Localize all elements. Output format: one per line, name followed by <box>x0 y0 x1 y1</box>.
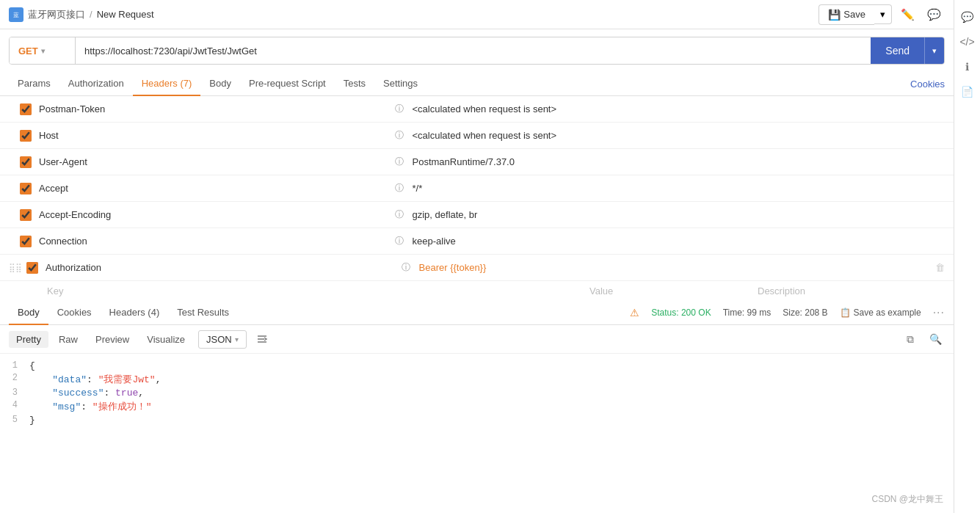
more-options-button[interactable]: ··· <box>933 306 945 319</box>
placeholder-value: Value <box>589 285 758 296</box>
header-row-accept-encoding: ⣿ Accept-Encoding ⓘ gzip, deflate, br <box>0 202 954 228</box>
code-line-3: 3 "success": true, <box>0 387 954 399</box>
format-select-label: JSON <box>206 334 232 345</box>
line-content-1: { <box>29 360 35 371</box>
header-info-6[interactable]: ⓘ <box>402 261 410 274</box>
header-checkbox-3[interactable] <box>20 183 32 194</box>
header-value-3: */* <box>413 183 945 194</box>
response-tab-body[interactable]: Body <box>9 301 48 325</box>
tab-pre-request[interactable]: Pre-request Script <box>240 72 335 96</box>
header-checkbox-2[interactable] <box>20 156 32 168</box>
format-actions: ⧉ 🔍 <box>901 330 945 349</box>
sidebar-comment-icon[interactable]: 💬 <box>957 6 979 28</box>
headers-section: ⣿ Postman-Token ⓘ <calculated when reque… <box>0 96 954 301</box>
url-bar: GET ▾ Send ▾ <box>9 37 945 65</box>
breadcrumb-area: 蓝 蓝牙网页接口 / New Request <box>9 7 819 22</box>
header-row-postman-token: ⣿ Postman-Token ⓘ <calculated when reque… <box>0 96 954 123</box>
header-info-0[interactable]: ⓘ <box>395 103 404 115</box>
request-tabs: Params Authorization Headers (7) Body Pr… <box>0 72 954 96</box>
fmt-tab-visualize[interactable]: Visualize <box>139 331 192 348</box>
header-checkbox-1[interactable] <box>20 130 32 142</box>
response-warning-icon: ⚠ <box>630 307 639 319</box>
send-button[interactable]: Send <box>871 37 924 64</box>
line-content-3: "success": true, <box>29 388 144 399</box>
header-info-1[interactable]: ⓘ <box>395 129 404 142</box>
breadcrumb-parent[interactable]: 蓝牙网页接口 <box>28 8 85 21</box>
header-checkbox-0[interactable] <box>20 103 32 115</box>
format-selector[interactable]: JSON ▾ <box>198 330 247 349</box>
tab-settings[interactable]: Settings <box>374 72 427 96</box>
header-row-accept: ⣿ Accept ⓘ */* <box>0 175 954 202</box>
header-info-2[interactable]: ⓘ <box>395 156 404 168</box>
line-content-5: } <box>29 415 35 426</box>
copy-response-button[interactable]: ⧉ <box>901 330 920 349</box>
header-row-connection: ⣿ Connection ⓘ keep-alive <box>0 228 954 255</box>
response-format-tabs: Pretty Raw Preview Visualize JSON ▾ ⧉ 🔍 <box>0 325 954 354</box>
breadcrumb-current: New Request <box>97 9 154 20</box>
breadcrumb: 蓝 蓝牙网页接口 / New Request <box>9 7 154 22</box>
save-dropdown-arrow[interactable]: ▾ <box>874 4 892 24</box>
header-checkbox-4[interactable] <box>20 209 32 221</box>
header-checkbox-5[interactable] <box>20 236 32 247</box>
svg-text:蓝: 蓝 <box>13 12 19 18</box>
header-info-4[interactable]: ⓘ <box>395 208 404 221</box>
wrap-lines-button[interactable] <box>253 330 272 349</box>
method-dropdown-arrow: ▾ <box>41 47 45 55</box>
header-value-4: gzip, deflate, br <box>413 209 945 220</box>
header-key-2: User-Agent <box>39 156 395 167</box>
response-tab-headers[interactable]: Headers (4) <box>101 301 169 325</box>
response-status-bar: ⚠ Status: 200 OK Time: 99 ms Size: 208 B… <box>630 306 945 319</box>
save-example-icon: 📋 <box>840 308 851 318</box>
tab-headers[interactable]: Headers (7) <box>133 72 201 96</box>
tabs-right: Cookies <box>910 79 945 90</box>
fmt-tab-preview[interactable]: Preview <box>88 331 137 348</box>
line-number-3: 3 <box>0 388 29 399</box>
line-number-2: 2 <box>0 373 29 386</box>
cookies-link[interactable]: Cookies <box>910 79 945 90</box>
response-body: 1 { 2 "data": "我需要Jwt", 3 "success": tru… <box>0 354 954 432</box>
header-value-1: <calculated when request is sent> <box>413 130 945 141</box>
comment-button[interactable]: 💬 <box>923 4 945 26</box>
drag-handle-6[interactable]: ⣿⣿ <box>9 263 22 273</box>
header-key-6: Authorization <box>46 262 402 273</box>
header-delete-6[interactable]: 🗑 <box>935 262 945 273</box>
line-content-4: "msg": "操作成功！" <box>29 400 151 413</box>
top-bar: 蓝 蓝牙网页接口 / New Request 💾 Save ▾ ✏️ 💬 <box>0 0 954 29</box>
edit-button[interactable]: ✏️ <box>896 4 918 26</box>
header-key-5: Connection <box>39 236 395 247</box>
sidebar-info-icon[interactable]: ℹ <box>957 56 979 78</box>
response-tab-test-results[interactable]: Test Results <box>168 301 238 325</box>
tab-body[interactable]: Body <box>200 72 240 96</box>
header-info-3[interactable]: ⓘ <box>395 182 404 194</box>
fmt-tab-pretty[interactable]: Pretty <box>9 331 48 348</box>
tab-authorization[interactable]: Authorization <box>59 72 133 96</box>
url-input[interactable] <box>76 37 871 64</box>
tab-params[interactable]: Params <box>9 72 59 96</box>
save-button[interactable]: 💾 Save <box>819 4 874 25</box>
header-value-6: Bearer {{token}} <box>419 262 936 273</box>
sidebar-code-icon[interactable]: </> <box>957 31 979 53</box>
header-info-5[interactable]: ⓘ <box>395 235 404 247</box>
header-checkbox-6[interactable] <box>26 262 38 274</box>
code-line-5: 5 } <box>0 414 954 426</box>
sidebar-doc-icon[interactable]: 📄 <box>957 81 979 103</box>
save-label: Save <box>843 9 865 20</box>
line-number-1: 1 <box>0 360 29 371</box>
main-container: 蓝 蓝牙网页接口 / New Request 💾 Save ▾ ✏️ 💬 GE <box>0 0 954 432</box>
response-time: Time: 99 ms <box>723 308 772 318</box>
tab-tests[interactable]: Tests <box>335 72 374 96</box>
save-example-button[interactable]: 📋 Save as example <box>840 308 921 318</box>
breadcrumb-separator: / <box>90 9 92 20</box>
header-key-3: Accept <box>39 183 395 194</box>
code-line-1: 1 { <box>0 360 954 372</box>
send-button-group: Send ▾ <box>871 37 944 64</box>
send-dropdown-arrow[interactable]: ▾ <box>924 37 944 64</box>
format-select-arrow: ▾ <box>235 335 239 343</box>
response-status-code: Status: 200 OK <box>651 308 711 318</box>
placeholder-description: Description <box>758 285 945 296</box>
response-size: Size: 208 B <box>783 308 827 318</box>
search-response-button[interactable]: 🔍 <box>926 330 945 349</box>
fmt-tab-raw[interactable]: Raw <box>51 331 85 348</box>
method-select[interactable]: GET ▾ <box>10 37 76 64</box>
response-tab-cookies[interactable]: Cookies <box>48 301 101 325</box>
